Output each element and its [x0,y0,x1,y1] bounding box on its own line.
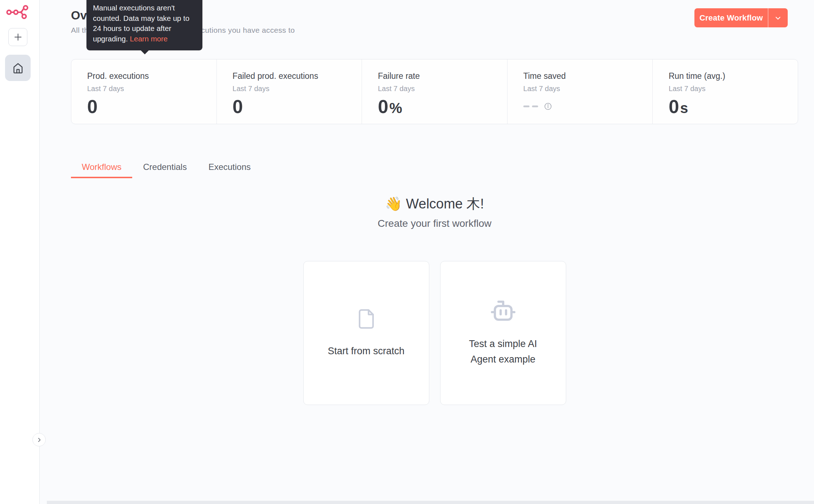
stat-unit: s [680,100,688,116]
chevron-right-icon [36,437,42,443]
robot-icon [488,299,518,324]
card-label: Test a simple AI Agent example [458,336,548,367]
stat-period: Last 7 days [523,85,645,93]
plus-icon [13,32,23,42]
card-start-from-scratch[interactable]: Start from scratch [303,261,429,405]
stat-unit: % [389,100,402,116]
tab-executions[interactable]: Executions [198,157,261,178]
stat-title: Failure rate [378,71,500,81]
home-icon [12,62,24,75]
stat-period: Last 7 days [87,85,209,93]
stat-period: Last 7 days [233,85,355,93]
stat-card-failed-prod-executions: Failed prod. executions Last 7 days 0 [216,59,362,124]
chevron-down-icon [774,14,782,22]
dash-placeholder [523,105,529,107]
dash-placeholder [532,105,538,107]
stat-value: 0% [378,97,500,116]
stat-title: Prod. executions [87,71,209,81]
create-workflow-button[interactable]: Create Workflow [694,8,768,27]
time-saved-info[interactable] [544,102,552,111]
file-icon [354,307,379,331]
horizontal-scrollbar[interactable] [47,501,814,504]
info-icon [544,102,552,111]
card-label: Start from scratch [328,343,404,359]
n8n-logo-icon[interactable] [6,4,30,20]
create-workflow-dropdown-button[interactable] [768,8,788,27]
stat-value: 0s [668,97,791,116]
stat-empty-value [523,101,645,112]
create-workflow-split-button: Create Workflow [694,8,788,27]
sidebar-expand-button[interactable] [32,433,46,446]
tab-workflows[interactable]: Workflows [71,157,132,178]
card-ai-agent-example[interactable]: Test a simple AI Agent example [440,261,566,405]
stats-panel: Prod. executions Last 7 days 0 Failed pr… [71,59,798,124]
stat-card-failure-rate: Failure rate Last 7 days 0% [362,59,507,124]
tab-credentials[interactable]: Credentials [132,157,197,178]
stat-title: Failed prod. executions [233,71,355,81]
learn-more-link[interactable]: Learn more [130,35,168,43]
stat-card-prod-executions: Prod. executions Last 7 days 0 [71,59,216,124]
tab-bar: Workflows Credentials Executions [71,157,261,178]
manual-executions-tooltip: Manual executions aren't counted. Data m… [86,0,202,50]
welcome-subheading: Create your first workflow [71,218,798,229]
stat-card-time-saved: Time saved Last 7 days [507,59,653,124]
stat-period: Last 7 days [378,85,500,93]
stat-card-run-time: Run time (avg.) Last 7 days 0s [652,59,798,124]
stat-title: Time saved [523,71,645,81]
starter-cards-row: Start from scratch Test a simple AI Agen… [71,261,798,405]
add-workflow-button[interactable] [8,28,27,46]
stat-period: Last 7 days [668,85,791,93]
stat-value: 0 [87,97,209,116]
sidebar-item-overview[interactable] [5,55,31,81]
stat-value: 0 [233,97,355,116]
welcome-heading: 👋 Welcome 木! [71,195,798,213]
stat-title: Run time (avg.) [668,71,791,81]
sidebar [0,0,40,504]
